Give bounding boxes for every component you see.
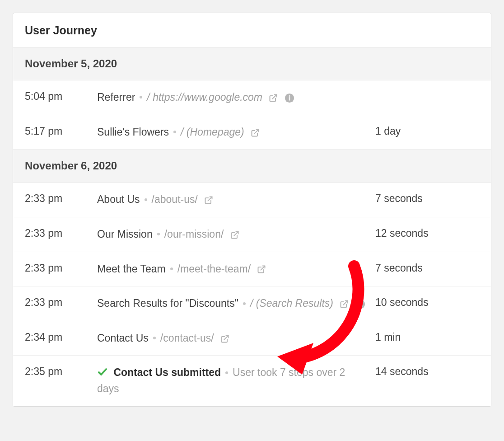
row-time: 5:17 pm	[25, 124, 97, 137]
check-icon	[97, 366, 108, 377]
journey-row: 5:04 pmReferrer/ https://www.google.com	[13, 80, 491, 115]
journey-row: 2:33 pmSearch Results for "Discounts"/ (…	[13, 286, 491, 321]
card-title: User Journey	[13, 13, 491, 47]
row-main: Sullie's Flowers/ (Homepage)	[97, 124, 375, 141]
separator-dot	[173, 131, 176, 133]
separator-dot	[157, 233, 160, 235]
row-path: / https://www.google.com	[147, 91, 262, 103]
external-link-icon[interactable]	[220, 334, 229, 343]
external-link-icon[interactable]	[230, 230, 239, 239]
svg-line-0	[273, 94, 277, 99]
journey-row: 2:33 pmAbout Us/about-us/ 7 seconds	[13, 183, 491, 217]
row-time: 2:34 pm	[25, 330, 97, 343]
external-link-icon[interactable]	[204, 196, 213, 205]
row-time: 2:33 pm	[25, 192, 97, 205]
row-title: Sullie's Flowers	[97, 126, 169, 138]
separator-dot	[153, 337, 156, 339]
separator-dot	[170, 267, 173, 270]
row-time: 2:35 pm	[25, 365, 97, 378]
separator-dot	[140, 96, 142, 99]
separator-dot	[225, 371, 228, 374]
row-main: About Us/about-us/	[97, 192, 375, 208]
row-path: / (Search Results)	[250, 297, 333, 309]
row-main: Contact Us/contact-us/	[97, 330, 375, 347]
row-title: Contact Us	[97, 332, 149, 344]
svg-line-7	[261, 266, 265, 270]
row-duration: 12 seconds	[375, 226, 479, 239]
svg-rect-2	[289, 97, 290, 100]
journey-row: 2:35 pm Contact Us submittedUser took 7 …	[13, 356, 491, 406]
separator-dot	[145, 198, 147, 201]
journey-row: 5:17 pmSullie's Flowers/ (Homepage) 1 da…	[13, 115, 491, 150]
info-icon[interactable]	[285, 93, 294, 103]
row-path: /our-mission/	[164, 228, 224, 240]
row-title: Referrer	[97, 91, 135, 103]
row-path: /meet-the-team/	[177, 263, 251, 275]
info-icon[interactable]	[355, 299, 365, 309]
svg-rect-10	[359, 303, 361, 306]
row-duration: 7 seconds	[375, 261, 479, 274]
row-path: / (Homepage)	[181, 126, 244, 138]
separator-dot	[243, 302, 246, 305]
row-path: /contact-us/	[160, 332, 214, 344]
row-main: Our Mission/our-mission/	[97, 226, 375, 243]
row-main: Meet the Team/meet-the-team/	[97, 261, 375, 277]
row-duration: 14 seconds	[375, 365, 479, 378]
row-title: Search Results for "Discounts"	[97, 297, 238, 309]
row-title: Contact Us submitted	[113, 366, 221, 378]
journey-row: 2:33 pmOur Mission/our-mission/ 12 secon…	[13, 217, 491, 252]
row-main: Referrer/ https://www.google.com	[97, 89, 375, 106]
row-duration: 10 seconds	[375, 296, 479, 309]
row-path: /about-us/	[152, 193, 198, 205]
external-link-icon[interactable]	[251, 128, 260, 137]
user-journey-card: User Journey November 5, 20205:04 pmRefe…	[13, 13, 491, 407]
date-header: November 6, 2020	[13, 150, 491, 183]
row-time: 2:33 pm	[25, 261, 97, 274]
row-main: Search Results for "Discounts"/ (Search …	[97, 296, 375, 312]
svg-line-12	[224, 335, 228, 339]
row-title: Our Mission	[97, 228, 153, 240]
row-duration	[375, 89, 479, 90]
row-title: About Us	[97, 193, 140, 205]
row-duration: 1 day	[375, 124, 479, 137]
svg-point-11	[359, 301, 361, 303]
journey-row: 2:34 pmContact Us/contact-us/ 1 min	[13, 321, 491, 356]
date-header: November 5, 2020	[13, 47, 491, 80]
row-duration: 1 min	[375, 330, 479, 343]
external-link-icon[interactable]	[340, 300, 349, 309]
svg-line-6	[234, 231, 238, 235]
row-time: 5:04 pm	[25, 89, 97, 103]
svg-line-4	[254, 129, 258, 133]
row-main: Contact Us submittedUser took 7 steps ov…	[97, 365, 375, 397]
journey-row: 2:33 pmMeet the Team/meet-the-team/ 7 se…	[13, 252, 491, 287]
svg-point-3	[289, 95, 290, 97]
svg-line-8	[344, 301, 348, 305]
row-title: Meet the Team	[97, 263, 166, 275]
row-duration: 7 seconds	[375, 192, 479, 205]
external-link-icon[interactable]	[257, 265, 266, 274]
row-time: 2:33 pm	[25, 296, 97, 309]
svg-line-5	[208, 197, 212, 201]
external-link-icon[interactable]	[269, 94, 278, 103]
row-time: 2:33 pm	[25, 226, 97, 239]
